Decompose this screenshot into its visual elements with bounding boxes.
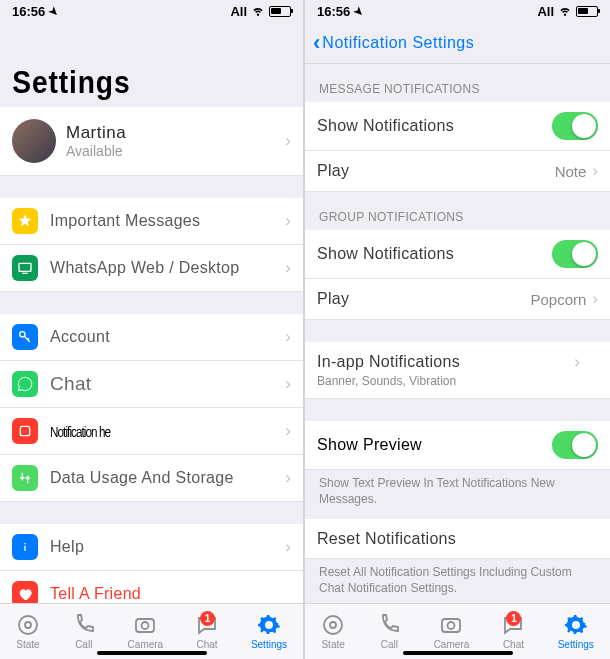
profile-status: Available [66,143,285,159]
status-bar: 16:56➤ All [305,0,610,22]
row-help[interactable]: Help › [0,524,303,571]
tab-settings[interactable]: Settings [558,613,594,650]
svg-point-10 [448,622,455,629]
home-indicator [97,651,207,655]
signal-label: All [230,4,247,19]
avatar [12,119,56,163]
back-chevron-icon[interactable]: ‹ [313,30,320,56]
key-icon [12,324,38,350]
tab-label: Settings [558,639,594,650]
battery-icon [576,6,598,17]
status-time: 16:56 [12,4,45,19]
row-label: Data Usage And Storage [50,469,285,487]
chevron-icon: › [285,211,291,231]
tab-label: Camera [128,639,164,650]
row-label: Show Preview [317,436,552,454]
info-icon [12,534,38,560]
svg-rect-5 [136,619,154,632]
page-title: Settings [0,22,267,107]
row-account[interactable]: Account › [0,314,303,361]
section-header: MESSAGE NOTIFICATIONS [305,64,610,102]
tab-label: Chat [196,639,217,650]
row-label: Reset Notifications [317,530,598,548]
section-header: GROUP NOTIFICATIONS [305,192,610,230]
row-label: Play [317,162,555,180]
nav-bar[interactable]: ‹ Notification Settings [305,22,610,64]
tab-label: State [16,639,39,650]
svg-point-8 [330,622,336,628]
tab-camera[interactable]: Camera [128,613,164,650]
tab-label: Camera [434,639,470,650]
profile-name: Martina [66,123,285,143]
row-label: Play [317,290,530,308]
status-time: 16:56 [317,4,350,19]
tab-chat[interactable]: Chat1 [501,613,525,650]
desktop-icon [12,255,38,281]
row-data[interactable]: Data Usage And Storage › [0,455,303,502]
signal-label: All [537,4,554,19]
tab-camera[interactable]: Camera [434,613,470,650]
whatsapp-icon [12,371,38,397]
location-icon: ➤ [351,3,367,19]
tab-label: State [321,639,344,650]
nav-title: Notification Settings [322,34,474,52]
chevron-icon: › [285,327,291,347]
row-notification[interactable]: Notification he › [0,408,303,455]
toggle-switch[interactable] [552,112,598,140]
svg-rect-9 [442,619,460,632]
chevron-icon: › [574,352,580,372]
chevron-icon: › [285,374,291,394]
row-tell-friend[interactable]: Tell A Friend [0,571,303,603]
chevron-icon: › [285,131,291,151]
chevron-icon: › [285,421,291,441]
row-chat[interactable]: Chat › [0,361,303,408]
badge: 1 [200,611,215,626]
svg-point-7 [324,616,342,634]
toggle-switch[interactable] [552,431,598,459]
row-label: Tell A Friend [50,585,291,603]
row-label: Show Notifications [317,117,552,135]
tab-call[interactable]: Call [377,613,401,650]
wifi-icon [251,3,265,20]
location-icon: ➤ [46,3,62,19]
chevron-icon: › [592,289,598,309]
row-label: Important Messages [50,212,285,230]
row-show-notif-group[interactable]: Show Notifications [305,230,610,279]
star-icon [12,208,38,234]
tab-settings[interactable]: Settings [251,613,287,650]
chevron-icon: › [592,161,598,181]
svg-point-1 [20,332,25,337]
row-important[interactable]: Important Messages › [0,198,303,245]
tab-chat[interactable]: Chat1 [195,613,219,650]
row-label: Show Notifications [317,245,552,263]
tab-state[interactable]: State [16,613,40,650]
row-value: Popcorn [530,291,586,308]
wifi-icon [558,3,572,20]
row-reset[interactable]: Reset Notifications [305,519,610,559]
row-play-msg[interactable]: Play Note › [305,151,610,192]
row-show-notif-msg[interactable]: Show Notifications [305,102,610,151]
chevron-icon: › [285,537,291,557]
svg-rect-2 [20,426,29,435]
tab-label: Call [381,639,398,650]
row-preview[interactable]: Show Preview [305,421,610,470]
row-label: Account [50,328,285,346]
status-bar: 16:56➤ All [0,0,303,22]
row-play-group[interactable]: Play Popcorn › [305,279,610,320]
tab-state[interactable]: State [321,613,345,650]
row-label: Help [50,538,285,556]
battery-icon [269,6,291,17]
heart-icon [12,581,38,603]
row-label: Chat [50,373,285,395]
row-inapp[interactable]: In-app Notifications › Banner, Sounds, V… [305,342,610,399]
tab-call[interactable]: Call [72,613,96,650]
row-value: Note [555,163,587,180]
toggle-switch[interactable] [552,240,598,268]
data-icon [12,465,38,491]
row-label: WhatsApp Web / Desktop [50,259,285,277]
tab-label: Chat [503,639,524,650]
row-desktop[interactable]: WhatsApp Web / Desktop › [0,245,303,292]
chevron-icon: › [285,468,291,488]
profile-row[interactable]: Martina Available › [0,107,303,176]
row-label: In-app Notifications [317,353,574,371]
